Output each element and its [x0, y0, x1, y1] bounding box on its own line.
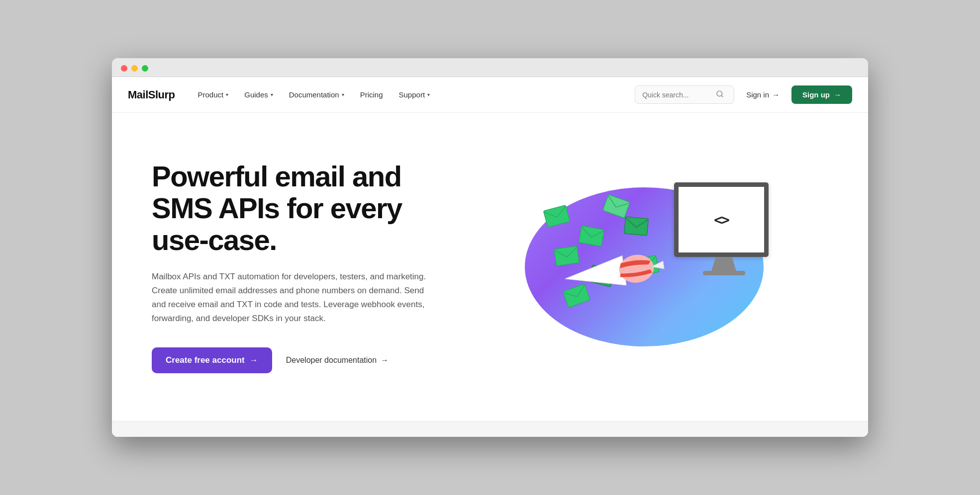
browser-content: MailSlurp Product ▾ Guides ▾ Documentati… — [112, 77, 868, 437]
sign-up-button[interactable]: Sign up → — [791, 85, 852, 104]
nav-right: Sign in → Sign up → — [635, 85, 852, 104]
arrow-right-icon: → — [834, 90, 841, 99]
browser-window: MailSlurp Product ▾ Guides ▾ Documentati… — [112, 58, 868, 437]
monitor-stand — [710, 257, 738, 271]
nav-label-support: Support — [399, 90, 425, 99]
nav-label-product: Product — [198, 90, 224, 99]
nav-links: Product ▾ Guides ▾ Documentation ▾ Prici… — [191, 86, 635, 103]
arrow-right-icon: → — [250, 355, 258, 365]
browser-chrome — [112, 58, 868, 77]
sign-in-label: Sign in — [746, 90, 769, 99]
hero-illustration-container: <> — [460, 163, 828, 371]
monitor-code-text: <> — [714, 212, 729, 228]
chevron-down-icon: ▾ — [226, 92, 228, 97]
search-input[interactable] — [642, 91, 712, 99]
chevron-down-icon: ▾ — [342, 92, 344, 97]
nav-item-support[interactable]: Support ▾ — [392, 86, 437, 103]
navbar: MailSlurp Product ▾ Guides ▾ Documentati… — [112, 77, 868, 113]
search-box[interactable] — [635, 85, 734, 104]
nav-label-documentation: Documentation — [289, 90, 339, 99]
sign-up-label: Sign up — [802, 90, 830, 99]
sign-in-button[interactable]: Sign in → — [740, 86, 785, 103]
nav-item-product[interactable]: Product ▾ — [191, 86, 236, 103]
hero-buttons: Create free account → Developer document… — [152, 347, 460, 373]
hero-description: Mailbox APIs and TXT automation for deve… — [152, 270, 430, 326]
create-account-label: Create free account — [166, 355, 245, 365]
dev-docs-link[interactable]: Developer documentation → — [286, 356, 389, 365]
monitor-screen: <> — [674, 182, 769, 257]
arrow-right-icon: → — [381, 356, 389, 365]
traffic-light-red[interactable] — [121, 65, 127, 72]
envelope-icon-6 — [624, 216, 649, 236]
site-logo[interactable]: MailSlurp — [128, 88, 175, 101]
traffic-light-green[interactable] — [142, 65, 148, 72]
nav-label-guides: Guides — [244, 90, 268, 99]
bottom-bar — [112, 421, 868, 437]
hero-title: Powerful email and SMS APIs for every us… — [152, 161, 460, 255]
svg-line-1 — [721, 95, 723, 97]
arrow-right-icon: → — [772, 90, 780, 99]
chevron-down-icon: ▾ — [271, 92, 273, 97]
hero-section: Powerful email and SMS APIs for every us… — [112, 113, 868, 421]
chevron-down-icon: ▾ — [427, 92, 430, 97]
hero-illustration: <> — [515, 167, 774, 366]
monitor-base — [703, 271, 745, 275]
nav-label-pricing: Pricing — [360, 90, 383, 99]
dev-docs-label: Developer documentation — [286, 356, 377, 365]
search-icon — [716, 90, 724, 99]
create-account-button[interactable]: Create free account → — [152, 347, 272, 373]
nav-item-pricing[interactable]: Pricing — [353, 86, 390, 103]
svg-rect-3 — [579, 226, 604, 246]
traffic-light-yellow[interactable] — [131, 65, 138, 72]
hero-content: Powerful email and SMS APIs for every us… — [152, 161, 460, 373]
monitor: <> — [674, 182, 774, 275]
nav-item-documentation[interactable]: Documentation ▾ — [282, 86, 351, 103]
nav-item-guides[interactable]: Guides ▾ — [237, 86, 280, 103]
